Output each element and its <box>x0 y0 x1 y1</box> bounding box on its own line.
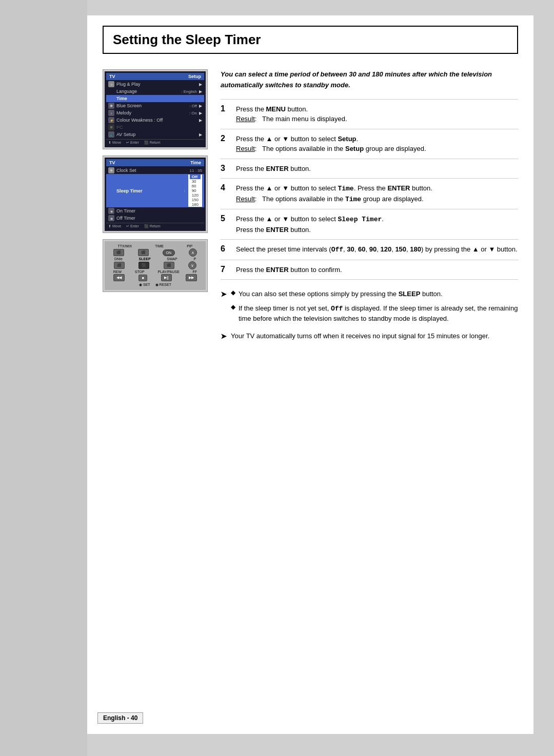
remote-control: TTX/MIX TIME PIP ⬛ ⬛ ON ∧ <box>103 239 208 292</box>
dropdown-180: 180 <box>190 202 201 207</box>
note-1-bullet-1: ◆ You can also set these options simply … <box>231 289 518 299</box>
step-4-number: 4 <box>221 183 230 204</box>
note-2: ➤ Your TV automatically turns off when i… <box>221 331 518 341</box>
menu-melody: Melody <box>116 110 187 115</box>
setup-menu-title: Setup <box>188 74 201 79</box>
remote-btn-1: ⬛ <box>113 249 124 256</box>
time-footer-enter: ↵ Enter <box>126 224 139 228</box>
notes-section: ➤ ◆ You can also set these options simpl… <box>221 289 518 341</box>
right-column: You can select a time period of between … <box>221 69 518 348</box>
dropdown-150: 150 <box>190 198 201 202</box>
remote-dnie-label: DNIe <box>114 257 123 261</box>
page-title: Setting the Sleep Timer <box>113 32 508 48</box>
intro-text: You can select a time period of between … <box>221 69 518 91</box>
step-5-content: Press the ▲ or ▼ button to select Sleep … <box>236 214 384 235</box>
remote-ttxmix-label: TTX/MIX <box>118 244 132 248</box>
step-3-content: Press the ENTER button. <box>236 164 311 174</box>
step-1-content: Press the MENU button. Result: The main … <box>236 104 347 124</box>
step-1-number: 1 <box>221 104 230 124</box>
remote-btn-3: ⬛ <box>114 262 125 269</box>
menu-time: Time <box>116 96 202 101</box>
remote-sleep-btn: ⬛ <box>138 262 149 269</box>
footer-label: English - 40 <box>103 714 137 722</box>
menu-pc: PC <box>116 125 202 130</box>
step-6-text: Select the preset time intervals (Off, 3… <box>236 244 518 255</box>
step-5-text: Press the ▲ or ▼ button to select Sleep … <box>236 214 384 225</box>
menu-language: Language <box>116 89 179 94</box>
time-footer-move: ⬆ Move <box>108 224 121 228</box>
step-4-content: Press the ▲ or ▼ button to select Time. … <box>236 183 432 204</box>
menu-blue-screen: Blue Screen <box>116 103 187 108</box>
setup-menu-tv-label: TV <box>109 74 115 79</box>
dropdown-120: 120 <box>190 193 201 198</box>
remote-p-label: P <box>193 257 196 261</box>
time-menu-screenshot: TV Time ◉ Clock Set 11 : 35 Sleep Tim <box>103 156 208 233</box>
time-footer-return: ⬛ Return <box>144 224 161 228</box>
step-1-text: Press the MENU button. <box>236 104 347 114</box>
bullet-2-icon: ◆ <box>231 303 235 311</box>
step-7-content: Press the ENTER button to confirm. <box>236 265 342 275</box>
step-2: 2 Press the ▲ or ▼ button to select Setu… <box>221 129 518 159</box>
time-off-timer: Off Timer <box>116 216 202 221</box>
step-5-text2: Press the ENTER button. <box>236 225 384 235</box>
setup-menu-screenshot: TV Setup ⚙ Plug & Play ▶ Language <box>103 69 208 149</box>
step-4: 4 Press the ▲ or ▼ button to select Time… <box>221 179 518 209</box>
setup-footer-return: ⬛ Return <box>144 141 161 145</box>
remote-play-btn: ▶‖ <box>161 274 172 281</box>
note-1-bullet-2-text: If the sleep timer is not yet set, Off i… <box>239 303 518 324</box>
setup-footer-enter: ↵ Enter <box>126 141 139 145</box>
remote-btn-2: ⬛ <box>138 249 149 256</box>
remote-ff-label: FF <box>193 270 197 274</box>
step-2-text: Press the ▲ or ▼ button to select Setup. <box>236 134 426 144</box>
dropdown-90: 90 <box>190 188 201 193</box>
step-5-number: 5 <box>221 214 230 235</box>
left-column: TV Setup ⚙ Plug & Play ▶ Language <box>103 69 208 348</box>
remote-rew-label: REW <box>113 270 122 274</box>
step-1: 1 Press the MENU button. Result: The mai… <box>221 100 518 129</box>
remote-btn-4: ⬛ <box>164 262 174 269</box>
time-on-timer: On Timer <box>116 208 202 214</box>
time-menu-title: Time <box>190 160 201 165</box>
time-sleep-timer: Sleep Timer <box>116 188 182 193</box>
setup-footer-move: ⬆ Move <box>108 141 121 145</box>
title-bar: Setting the Sleep Timer <box>103 26 518 54</box>
step-2-number: 2 <box>221 134 230 154</box>
note-1-bullet-1-text: You can also set these options simply by… <box>239 289 443 299</box>
remote-swap-label: SWAP <box>167 257 177 261</box>
step-6: 6 Select the preset time intervals (Off,… <box>221 240 518 260</box>
remote-ff-btn: ▶▶ <box>186 274 197 281</box>
remote-set-label: ◉ SET <box>139 283 150 287</box>
remote-sleep-label: SLEEP <box>139 257 151 261</box>
remote-up-btn: ∧ <box>189 248 197 257</box>
step-6-content: Select the preset time intervals (Off, 3… <box>236 244 518 255</box>
menu-colour: Colour Weakness : Off <box>116 118 197 123</box>
menu-av-setup: AV Setup <box>116 132 197 137</box>
dropdown-off: Off <box>190 175 201 179</box>
note-1-content: ◆ You can also set these options simply … <box>231 289 518 324</box>
page-footer: English - 40 <box>97 712 143 724</box>
step-7: 7 Press the ENTER button to confirm. <box>221 260 518 280</box>
time-clock-set: Clock Set <box>116 168 188 173</box>
bullet-1-icon: ◆ <box>231 289 235 296</box>
remote-stop-label: STOP <box>135 270 145 274</box>
step-4-text: Press the ▲ or ▼ button to select Time. … <box>236 183 432 194</box>
menu-plug-play: Plug & Play <box>116 82 197 87</box>
note-1-bullet-2: ◆ If the sleep timer is not yet set, Off… <box>231 303 518 324</box>
remote-playpause-label: PLAY/PAUSE <box>157 270 180 274</box>
step-3: 3 Press the ENTER button. <box>221 159 518 179</box>
step-6-number: 6 <box>221 244 230 255</box>
step-3-text: Press the ENTER button. <box>236 164 311 174</box>
steps-container: 1 Press the MENU button. Result: The mai… <box>221 99 518 280</box>
dropdown-60: 60 <box>190 184 201 188</box>
time-menu-tv-label: TV <box>109 160 115 165</box>
step-3-number: 3 <box>221 164 230 174</box>
step-2-result: Result: The options available in the Set… <box>236 144 426 154</box>
note-2-arrow: ➤ <box>221 332 227 340</box>
step-4-result: Result: The options available in the Tim… <box>236 194 432 205</box>
step-2-content: Press the ▲ or ▼ button to select Setup.… <box>236 134 426 154</box>
step-5: 5 Press the ▲ or ▼ button to select Slee… <box>221 209 518 240</box>
remote-down-btn: ∨ <box>188 261 196 269</box>
step-1-result: Result: The main menu is displayed. <box>236 114 347 124</box>
note-1: ➤ ◆ You can also set these options simpl… <box>221 289 518 324</box>
remote-reset-label: ◉ RESET <box>155 283 171 287</box>
